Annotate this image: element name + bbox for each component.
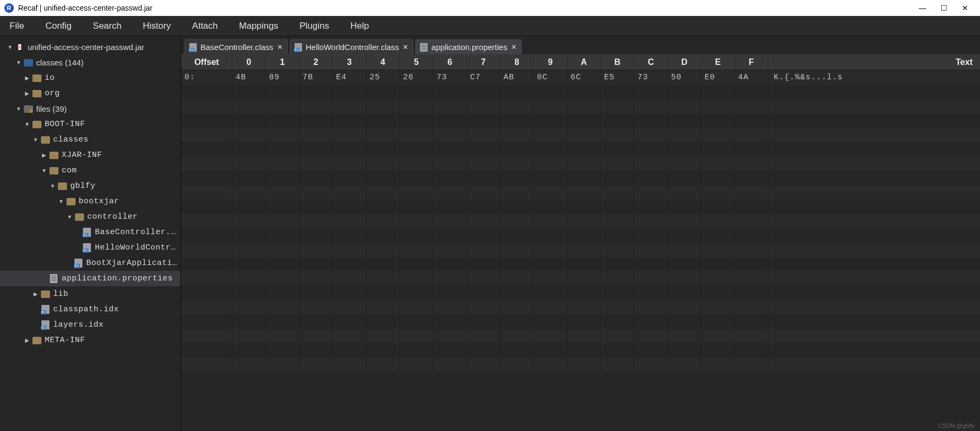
hex-col-text: Text: [768, 54, 980, 70]
tree-row[interactable]: layers.idx: [0, 317, 180, 333]
hex-row-empty: [181, 329, 980, 343]
file-bin-icon: [82, 243, 91, 253]
watermark: CSDN @gblfy: [938, 422, 975, 429]
tree-label: org: [45, 89, 60, 98]
sidebar-tree[interactable]: ▼≡unified-access-center-passwd.jar▼class…: [0, 36, 181, 431]
hex-col-byte: 3: [333, 54, 366, 70]
chevron-down-icon[interactable]: ▼: [49, 183, 56, 189]
tree-row[interactable]: classpath.idx: [0, 302, 180, 317]
hex-byte: 50: [668, 70, 701, 85]
tree-label: HelloWorldControl: [95, 243, 177, 252]
tree-row[interactable]: ▼BOOT-INF: [0, 117, 180, 132]
hex-byte: 6C: [567, 70, 601, 85]
tree-row[interactable]: ▼files (39): [0, 101, 180, 117]
hex-col-byte: 5: [400, 54, 433, 70]
file-bin-icon: [40, 320, 50, 330]
chevron-down-icon[interactable]: ▼: [57, 198, 65, 204]
tree-row[interactable]: ▼gblfy: [0, 178, 180, 194]
editor-tabs: BaseController.class✕HelloWorldControlle…: [181, 36, 980, 54]
hex-row-empty: [181, 85, 980, 99]
tree-row[interactable]: ▶io: [0, 70, 180, 86]
hex-col-byte: B: [601, 54, 634, 70]
hex-byte: E5: [601, 70, 634, 85]
tree-row[interactable]: ▼classes: [0, 132, 180, 147]
menu-item-help[interactable]: Help: [350, 21, 369, 31]
hex-row-empty: [181, 156, 980, 171]
file-plain-icon: [49, 274, 58, 284]
file-bin-icon: [82, 228, 91, 237]
chevron-down-icon[interactable]: ▼: [15, 106, 22, 112]
minimize-button[interactable]: —: [912, 4, 933, 12]
hex-row-empty: [181, 185, 980, 200]
tree-row[interactable]: ▶lib: [0, 286, 180, 302]
chevron-right-icon[interactable]: ▶: [23, 75, 31, 81]
maximize-button[interactable]: ☐: [933, 4, 954, 12]
menu-item-mappings[interactable]: Mappings: [239, 21, 279, 31]
chevron-right-icon[interactable]: ▶: [23, 337, 31, 343]
chevron-down-icon[interactable]: ▼: [66, 214, 73, 220]
tab[interactable]: BaseController.class✕: [185, 39, 288, 54]
chevron-right-icon[interactable]: ▶: [32, 291, 39, 297]
tree-label: classpath.idx: [53, 305, 119, 314]
chevron-down-icon[interactable]: ▼: [23, 121, 31, 127]
hex-row-empty: [181, 200, 980, 214]
menu-item-config[interactable]: Config: [45, 21, 71, 31]
tree-row[interactable]: ▼controller: [0, 209, 180, 225]
folder-tan-icon: [32, 336, 41, 345]
hex-byte: 73: [634, 70, 668, 85]
chevron-right-icon[interactable]: ▶: [23, 90, 31, 96]
tree-row[interactable]: ▶org: [0, 86, 180, 101]
tree-row[interactable]: application.properties: [0, 271, 180, 286]
close-icon[interactable]: ✕: [277, 43, 283, 51]
hex-row-empty: [181, 243, 980, 257]
tree-row[interactable]: ▼bootxjar: [0, 194, 180, 209]
hex-col-byte: 7: [467, 54, 500, 70]
folder-tan-icon: [49, 166, 58, 176]
chevron-down-icon[interactable]: ▼: [40, 168, 48, 173]
titlebar: R Recaf | unified-access-center-passwd.j…: [0, 0, 980, 16]
hex-col-byte: F: [735, 54, 768, 70]
chevron-down-icon[interactable]: ▼: [15, 60, 22, 65]
tree-label: BOOT-INF: [45, 120, 85, 129]
close-button[interactable]: ✕: [954, 4, 976, 12]
hex-viewer[interactable]: Offset0123456789ABCDEFText 0:4B897BE4252…: [181, 54, 980, 431]
hex-byte: 4B: [232, 70, 266, 85]
tab[interactable]: HelloWorldController.class✕: [290, 39, 414, 54]
close-icon[interactable]: ✕: [511, 43, 517, 51]
hex-col-byte: D: [668, 54, 701, 70]
tree-row[interactable]: ▼com: [0, 163, 180, 178]
tree-row[interactable]: BootXjarApplication: [0, 255, 180, 271]
app-icon: R: [4, 3, 14, 13]
tree-label: gblfy: [70, 181, 96, 190]
menu-item-file[interactable]: File: [10, 21, 24, 31]
menu-item-plugins[interactable]: Plugins: [299, 21, 329, 31]
hex-byte: 25: [366, 70, 400, 85]
tab[interactable]: application.properties✕: [415, 39, 522, 54]
hex-row-empty: [181, 171, 980, 185]
tree-label: classes (144): [36, 58, 83, 67]
hex-byte: C7: [467, 70, 500, 85]
menu-item-history[interactable]: History: [143, 21, 171, 31]
hex-byte: 89: [266, 70, 299, 85]
tree-row[interactable]: HelloWorldControl: [0, 240, 180, 255]
tree-label: files (39): [36, 104, 67, 113]
tree-row[interactable]: BaseController.cl: [0, 225, 180, 240]
close-icon[interactable]: ✕: [403, 43, 408, 51]
hex-col-byte: E: [701, 54, 735, 70]
file-bin-icon: [189, 43, 197, 52]
tree-row[interactable]: ▶META-INF: [0, 333, 180, 348]
menu-item-search[interactable]: Search: [93, 21, 122, 31]
folder-tan-icon: [74, 212, 84, 222]
hex-row-empty: [181, 257, 980, 271]
tree-row[interactable]: ▶XJAR-INF: [0, 147, 180, 163]
tree-label: BootXjarApplication: [86, 259, 177, 268]
hex-row-empty: [181, 113, 980, 128]
chevron-right-icon[interactable]: ▶: [40, 152, 48, 158]
tree-row[interactable]: ▼≡unified-access-center-passwd.jar: [0, 39, 180, 55]
menu-item-attach[interactable]: Attach: [192, 21, 217, 31]
chevron-down-icon[interactable]: ▼: [32, 137, 39, 143]
chevron-down-icon[interactable]: ▼: [6, 44, 14, 50]
tree-row[interactable]: ▼classes (144): [0, 55, 180, 70]
hex-row[interactable]: 0:4B897BE4252673C7AB0C6CE57350E04AK.{.%&…: [181, 70, 980, 85]
tab-label: application.properties: [431, 43, 507, 52]
